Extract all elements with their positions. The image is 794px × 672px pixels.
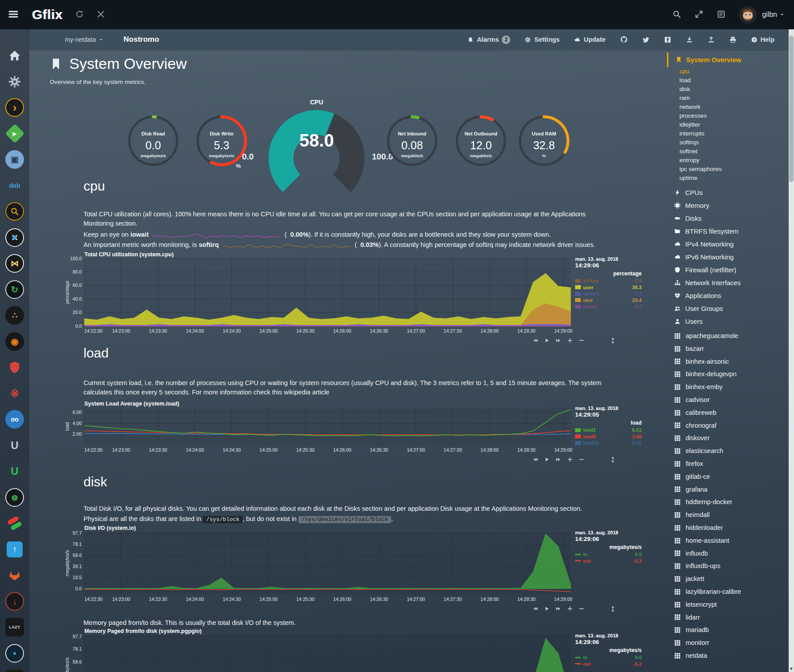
legend-row-nice[interactable]: nice20.4: [575, 297, 642, 304]
refresh-icon[interactable]: [75, 10, 84, 20]
zoom-out-icon[interactable]: [579, 457, 584, 462]
fullscreen-icon[interactable]: [695, 10, 703, 20]
sidebar-item-cpu[interactable]: cpu: [667, 67, 788, 76]
legend-row-in[interactable]: in0.0: [575, 654, 642, 661]
zoom-in-icon[interactable]: [567, 338, 573, 343]
pan-backward-icon[interactable]: [532, 606, 538, 612]
sidebar-section-btrfs-filesystem[interactable]: BTRFS filesystem: [667, 225, 788, 238]
scrollbar-thumb[interactable]: [789, 36, 794, 182]
sidebar-app-letsencrypt[interactable]: letsencrypt: [667, 598, 788, 611]
sidebar-app-calibreweb[interactable]: calibreweb: [667, 406, 788, 419]
sidebar-app-hiddenloader[interactable]: hiddenloader: [667, 521, 788, 534]
sidebar-section-disks[interactable]: Disks: [667, 212, 788, 225]
user-avatar[interactable]: [739, 6, 757, 24]
sidebar-app-diskover[interactable]: diskover: [667, 432, 788, 445]
pan-backward-icon[interactable]: [532, 338, 538, 343]
sidebar-app-elasticsearch[interactable]: elasticsearch: [667, 445, 788, 457]
sidebar-app-binhex-delugevpn[interactable]: binhex-delugevpn: [667, 368, 788, 381]
chart-system.io[interactable]: Disk I/O (system.io)97.778.158.639.119.5…: [65, 525, 642, 618]
sidebar-app-binhex-emby[interactable]: binhex-emby: [667, 381, 788, 394]
sidebar-app-netdata[interactable]: netdata: [667, 649, 788, 662]
sidebar-app-mariadb[interactable]: mariadb: [667, 624, 788, 636]
play-icon[interactable]: [544, 338, 550, 343]
sidebar-item-processes[interactable]: processes: [667, 111, 788, 120]
legend-row-load5[interactable]: load52.68: [575, 433, 642, 440]
pan-forward-icon[interactable]: [556, 338, 561, 343]
heimdall-shield-icon[interactable]: [0, 354, 29, 381]
pills-icon[interactable]: [0, 510, 29, 537]
sidebar-section-users[interactable]: Users: [667, 315, 788, 328]
chart-system.load[interactable]: System Load Average (system.load)6.004.0…: [65, 401, 642, 469]
sidebar-section-ipv4-networking[interactable]: IPv4 Networking: [667, 238, 788, 251]
legend-row-out[interactable]: out-5.3: [575, 558, 642, 565]
sidebar-section-firewall-netfilter-[interactable]: Firewall (netfilter): [667, 263, 788, 276]
green-horseshoe-icon[interactable]: U: [0, 458, 29, 485]
help-button[interactable]: ? Help: [751, 36, 774, 43]
airsonic-waveform-icon[interactable]: ılıılı: [0, 173, 29, 199]
search-app-icon[interactable]: [0, 199, 29, 225]
blue-up-arrow-tile-icon[interactable]: ↑: [0, 537, 29, 563]
sidebar-item-disk[interactable]: disk: [667, 85, 788, 94]
sidebar-app-apacheguacamole[interactable]: apacheguacamole: [667, 330, 788, 342]
github-link[interactable]: [620, 36, 628, 44]
sidebar-app-bazarr[interactable]: bazarr: [667, 342, 788, 355]
sidebar-section-ipv6-networking[interactable]: IPv6 Networking: [667, 251, 788, 263]
sidebar-item-load[interactable]: load: [667, 76, 788, 85]
emby-icon[interactable]: ▶: [0, 121, 29, 147]
netdata-registry-dropdown[interactable]: my-netdata: [65, 36, 103, 43]
sidebar-app-jackett[interactable]: jackett: [667, 573, 788, 585]
sidebar-section-system-overview[interactable]: System Overview: [667, 52, 788, 67]
sidebar-section-memory[interactable]: Memory: [667, 199, 788, 212]
sidebar-app-influxdb[interactable]: influxdb: [667, 547, 788, 560]
sidebar-item-entropy[interactable]: entropy: [667, 156, 788, 165]
diskover-nodes-icon[interactable]: ∴: [0, 302, 29, 329]
play-icon[interactable]: [544, 457, 550, 462]
chart-system.cpu[interactable]: Total CPU utilization (system.cpu)100.08…: [65, 251, 642, 350]
sidebar-scrollbar[interactable]: ▼: [789, 29, 794, 672]
sidebar-section-applications[interactable]: Applications: [667, 289, 788, 302]
legend-row-out[interactable]: out-5.2: [575, 661, 642, 668]
sidebar-section-user-groups[interactable]: User Groups: [667, 302, 788, 315]
sidebar-item-network[interactable]: network: [667, 103, 788, 111]
zoom-in-icon[interactable]: [567, 457, 573, 462]
sidebar-app-gitlab-ce[interactable]: gitlab-ce: [667, 470, 788, 483]
play-icon[interactable]: [544, 606, 550, 612]
legend-row-in[interactable]: in0.0: [575, 551, 642, 558]
sidebar-app-lazylibrarian-calibre[interactable]: lazylibrarian-calibre: [667, 585, 788, 598]
settings-button[interactable]: Settings: [524, 36, 560, 43]
red-down-arrow-icon[interactable]: ↓: [0, 588, 29, 615]
home-icon[interactable]: [0, 43, 29, 69]
alarms-button[interactable]: Alarms 2: [467, 36, 510, 44]
legend-row-load15[interactable]: load152.06: [575, 440, 642, 446]
pan-forward-icon[interactable]: [556, 457, 561, 462]
facebook-link[interactable]: [664, 36, 671, 44]
cadvisor-icon[interactable]: ×: [0, 225, 29, 251]
green-dot-circle-icon[interactable]: ◍: [0, 485, 29, 511]
search-icon[interactable]: [672, 10, 681, 20]
pan-forward-icon[interactable]: [556, 606, 561, 612]
print-button[interactable]: [729, 36, 737, 44]
legend-row-softirq[interactable]: softirq0.0: [575, 278, 642, 284]
hamburger-menu-icon[interactable]: [8, 8, 19, 21]
pan-backward-icon[interactable]: [532, 457, 538, 462]
sidebar-app-heimdall[interactable]: heimdall: [667, 509, 788, 521]
chart-system.pgpgio[interactable]: Memory Paged from/to disk (system.pgpgio…: [65, 628, 642, 672]
legend-row-load1[interactable]: load16.51: [575, 427, 642, 433]
legend-row-iowait[interactable]: iowait0.0: [575, 303, 642, 310]
zoom-in-icon[interactable]: [567, 606, 573, 612]
twitter-link[interactable]: [642, 36, 650, 44]
sidebar-app-hddtemp-docker[interactable]: hddtemp-docker: [667, 496, 788, 509]
legend-row-user[interactable]: user35.3: [575, 284, 642, 291]
update-button[interactable]: Update: [574, 36, 605, 43]
plex-icon[interactable]: ›: [0, 95, 29, 121]
chart-resize-handle[interactable]: [610, 457, 616, 463]
sabnzbd-icon[interactable]: sab: [0, 666, 29, 672]
sidebar-app-grafana[interactable]: grafana: [667, 483, 788, 496]
guacamole-icon[interactable]: ▣: [0, 147, 29, 173]
sidebar-item-uptime[interactable]: uptime: [667, 174, 788, 183]
chart-resize-handle[interactable]: [610, 338, 616, 344]
settings-gear-icon[interactable]: [0, 69, 29, 95]
gitlab-fox-icon[interactable]: [0, 562, 29, 588]
close-tab-icon[interactable]: [96, 10, 105, 20]
bazarr-bowtie-icon[interactable]: ⋈: [0, 251, 29, 277]
